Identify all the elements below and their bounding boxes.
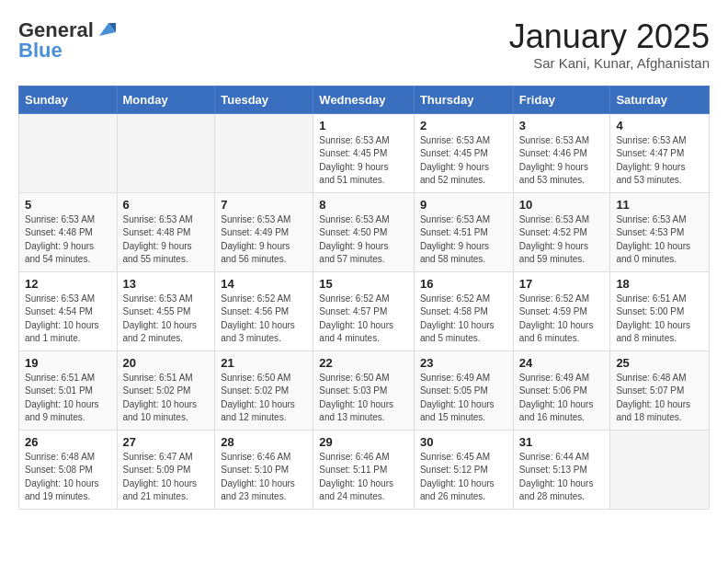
day-number: 20 <box>123 356 210 370</box>
column-header-saturday: Saturday <box>610 86 710 113</box>
calendar-cell <box>215 113 313 192</box>
calendar-cell <box>117 113 215 192</box>
calendar-header-row: SundayMondayTuesdayWednesdayThursdayFrid… <box>19 86 710 113</box>
day-number: 21 <box>221 356 307 370</box>
calendar-cell: 15Sunrise: 6:52 AM Sunset: 4:57 PM Dayli… <box>313 271 415 350</box>
day-info: Sunrise: 6:50 AM Sunset: 5:03 PM Dayligh… <box>319 372 408 425</box>
day-number: 2 <box>420 119 507 132</box>
day-number: 28 <box>221 435 307 449</box>
calendar-cell: 17Sunrise: 6:52 AM Sunset: 4:59 PM Dayli… <box>513 271 610 350</box>
column-header-friday: Friday <box>513 86 610 113</box>
day-number: 25 <box>616 356 703 370</box>
day-info: Sunrise: 6:46 AM Sunset: 5:11 PM Dayligh… <box>319 451 408 504</box>
column-header-wednesday: Wednesday <box>313 86 415 113</box>
month-title: January 2025 <box>509 18 710 55</box>
calendar-cell <box>610 430 710 509</box>
day-number: 13 <box>123 277 210 291</box>
day-number: 17 <box>519 277 605 291</box>
day-number: 15 <box>319 277 408 291</box>
day-info: Sunrise: 6:49 AM Sunset: 5:05 PM Dayligh… <box>420 372 507 425</box>
day-info: Sunrise: 6:47 AM Sunset: 5:09 PM Dayligh… <box>123 451 210 504</box>
calendar-cell: 7Sunrise: 6:53 AM Sunset: 4:49 PM Daylig… <box>215 192 313 271</box>
calendar-week-2: 5Sunrise: 6:53 AM Sunset: 4:48 PM Daylig… <box>19 192 710 271</box>
column-header-sunday: Sunday <box>19 86 118 113</box>
day-number: 14 <box>221 277 307 291</box>
day-number: 18 <box>616 277 703 291</box>
day-info: Sunrise: 6:53 AM Sunset: 4:48 PM Dayligh… <box>25 213 111 267</box>
day-number: 26 <box>25 435 111 449</box>
day-number: 19 <box>25 356 111 370</box>
day-info: Sunrise: 6:52 AM Sunset: 4:58 PM Dayligh… <box>420 293 507 346</box>
day-number: 27 <box>123 435 210 449</box>
day-info: Sunrise: 6:53 AM Sunset: 4:50 PM Dayligh… <box>319 213 408 267</box>
page-header: General Blue January 2025 Sar Kani, Kuna… <box>18 18 710 71</box>
calendar-cell: 9Sunrise: 6:53 AM Sunset: 4:51 PM Daylig… <box>414 192 513 271</box>
title-area: January 2025 Sar Kani, Kunar, Afghanista… <box>509 18 710 71</box>
calendar-cell: 19Sunrise: 6:51 AM Sunset: 5:01 PM Dayli… <box>19 350 118 430</box>
column-header-thursday: Thursday <box>414 86 513 113</box>
day-number: 8 <box>319 198 408 212</box>
calendar-cell: 6Sunrise: 6:53 AM Sunset: 4:48 PM Daylig… <box>117 192 215 271</box>
day-info: Sunrise: 6:53 AM Sunset: 4:53 PM Dayligh… <box>616 213 703 267</box>
calendar-week-5: 26Sunrise: 6:48 AM Sunset: 5:08 PM Dayli… <box>19 430 710 509</box>
location-title: Sar Kani, Kunar, Afghanistan <box>509 55 710 71</box>
column-header-tuesday: Tuesday <box>215 86 313 113</box>
calendar-cell: 27Sunrise: 6:47 AM Sunset: 5:09 PM Dayli… <box>117 430 215 509</box>
day-info: Sunrise: 6:50 AM Sunset: 5:02 PM Dayligh… <box>221 372 307 425</box>
calendar-cell: 8Sunrise: 6:53 AM Sunset: 4:50 PM Daylig… <box>313 192 415 271</box>
day-info: Sunrise: 6:51 AM Sunset: 5:01 PM Dayligh… <box>25 372 111 425</box>
day-number: 23 <box>420 356 507 370</box>
calendar-cell: 28Sunrise: 6:46 AM Sunset: 5:10 PM Dayli… <box>215 430 313 509</box>
logo-icon <box>96 19 116 40</box>
day-number: 16 <box>420 277 507 291</box>
calendar-cell: 25Sunrise: 6:48 AM Sunset: 5:07 PM Dayli… <box>610 350 710 430</box>
day-info: Sunrise: 6:53 AM Sunset: 4:47 PM Dayligh… <box>616 134 703 188</box>
day-number: 31 <box>519 435 605 449</box>
day-number: 22 <box>319 356 408 370</box>
day-info: Sunrise: 6:53 AM Sunset: 4:46 PM Dayligh… <box>519 134 605 188</box>
day-info: Sunrise: 6:53 AM Sunset: 4:45 PM Dayligh… <box>420 134 507 188</box>
day-info: Sunrise: 6:48 AM Sunset: 5:08 PM Dayligh… <box>25 451 111 504</box>
calendar-cell: 29Sunrise: 6:46 AM Sunset: 5:11 PM Dayli… <box>313 430 415 509</box>
day-info: Sunrise: 6:52 AM Sunset: 4:59 PM Dayligh… <box>519 293 605 346</box>
calendar-cell: 11Sunrise: 6:53 AM Sunset: 4:53 PM Dayli… <box>610 192 710 271</box>
day-number: 29 <box>319 435 408 449</box>
calendar-cell: 3Sunrise: 6:53 AM Sunset: 4:46 PM Daylig… <box>513 113 610 192</box>
day-info: Sunrise: 6:46 AM Sunset: 5:10 PM Dayligh… <box>221 451 307 504</box>
column-header-monday: Monday <box>117 86 215 113</box>
day-info: Sunrise: 6:44 AM Sunset: 5:13 PM Dayligh… <box>519 451 605 504</box>
calendar-cell: 1Sunrise: 6:53 AM Sunset: 4:45 PM Daylig… <box>313 113 415 192</box>
calendar-cell: 26Sunrise: 6:48 AM Sunset: 5:08 PM Dayli… <box>19 430 118 509</box>
calendar-week-1: 1Sunrise: 6:53 AM Sunset: 4:45 PM Daylig… <box>19 113 710 192</box>
calendar-cell <box>19 113 118 192</box>
day-info: Sunrise: 6:53 AM Sunset: 4:45 PM Dayligh… <box>319 134 408 188</box>
day-info: Sunrise: 6:51 AM Sunset: 5:00 PM Dayligh… <box>616 293 703 346</box>
calendar-table: SundayMondayTuesdayWednesdayThursdayFrid… <box>18 86 710 510</box>
calendar-cell: 2Sunrise: 6:53 AM Sunset: 4:45 PM Daylig… <box>414 113 513 192</box>
calendar-cell: 5Sunrise: 6:53 AM Sunset: 4:48 PM Daylig… <box>19 192 118 271</box>
calendar-cell: 24Sunrise: 6:49 AM Sunset: 5:06 PM Dayli… <box>513 350 610 430</box>
day-info: Sunrise: 6:53 AM Sunset: 4:55 PM Dayligh… <box>123 293 210 346</box>
calendar-cell: 31Sunrise: 6:44 AM Sunset: 5:13 PM Dayli… <box>513 430 610 509</box>
day-info: Sunrise: 6:52 AM Sunset: 4:57 PM Dayligh… <box>319 293 408 346</box>
calendar-cell: 22Sunrise: 6:50 AM Sunset: 5:03 PM Dayli… <box>313 350 415 430</box>
calendar-cell: 23Sunrise: 6:49 AM Sunset: 5:05 PM Dayli… <box>414 350 513 430</box>
calendar-cell: 30Sunrise: 6:45 AM Sunset: 5:12 PM Dayli… <box>414 430 513 509</box>
day-info: Sunrise: 6:51 AM Sunset: 5:02 PM Dayligh… <box>123 372 210 425</box>
day-info: Sunrise: 6:53 AM Sunset: 4:51 PM Dayligh… <box>420 213 507 267</box>
day-number: 9 <box>420 198 507 212</box>
calendar-week-4: 19Sunrise: 6:51 AM Sunset: 5:01 PM Dayli… <box>19 350 710 430</box>
day-number: 3 <box>519 119 605 132</box>
calendar-cell: 21Sunrise: 6:50 AM Sunset: 5:02 PM Dayli… <box>215 350 313 430</box>
calendar-week-3: 12Sunrise: 6:53 AM Sunset: 4:54 PM Dayli… <box>19 271 710 350</box>
calendar-cell: 20Sunrise: 6:51 AM Sunset: 5:02 PM Dayli… <box>117 350 215 430</box>
day-info: Sunrise: 6:53 AM Sunset: 4:52 PM Dayligh… <box>519 213 605 267</box>
logo-blue-text: Blue <box>18 39 63 63</box>
day-info: Sunrise: 6:53 AM Sunset: 4:49 PM Dayligh… <box>221 213 307 267</box>
day-number: 5 <box>25 198 111 212</box>
calendar-cell: 16Sunrise: 6:52 AM Sunset: 4:58 PM Dayli… <box>414 271 513 350</box>
day-number: 7 <box>221 198 307 212</box>
day-number: 30 <box>420 435 507 449</box>
logo: General Blue <box>18 18 116 63</box>
day-number: 6 <box>123 198 210 212</box>
